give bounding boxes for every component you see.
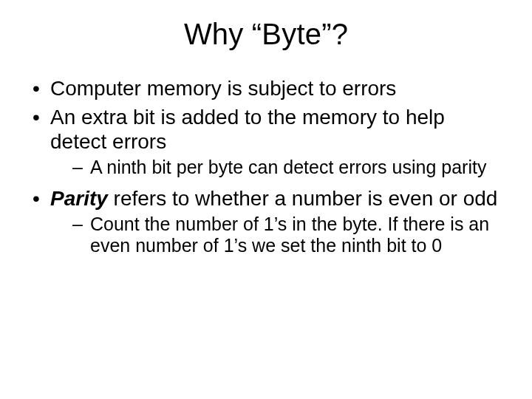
sub-bullet-item: A ninth bit per byte can detect errors u… [50,157,502,179]
sub-bullet-text: Count the number of 1’s in the byte. If … [90,214,489,256]
bullet-list: Computer memory is subject to errors An … [30,76,502,257]
bullet-item: An extra bit is added to the memory to h… [30,105,502,179]
slide-title: Why “Byte”? [30,18,502,51]
bullet-item: Computer memory is subject to errors [30,76,502,100]
sub-bullet-item: Count the number of 1’s in the byte. If … [50,214,502,257]
bullet-item: Parity refers to whether a number is eve… [30,186,502,257]
bullet-text: Computer memory is subject to errors [50,77,396,100]
bullet-text: An extra bit is added to the memory to h… [50,106,445,153]
sub-bullet-text: A ninth bit per byte can detect errors u… [90,157,486,177]
bullet-text-emphasis: Parity [50,187,108,210]
sub-bullet-list: Count the number of 1’s in the byte. If … [50,214,502,257]
bullet-text: refers to whether a number is even or od… [108,187,498,210]
slide: Why “Byte”? Computer memory is subject t… [0,0,532,399]
sub-bullet-list: A ninth bit per byte can detect errors u… [50,157,502,179]
